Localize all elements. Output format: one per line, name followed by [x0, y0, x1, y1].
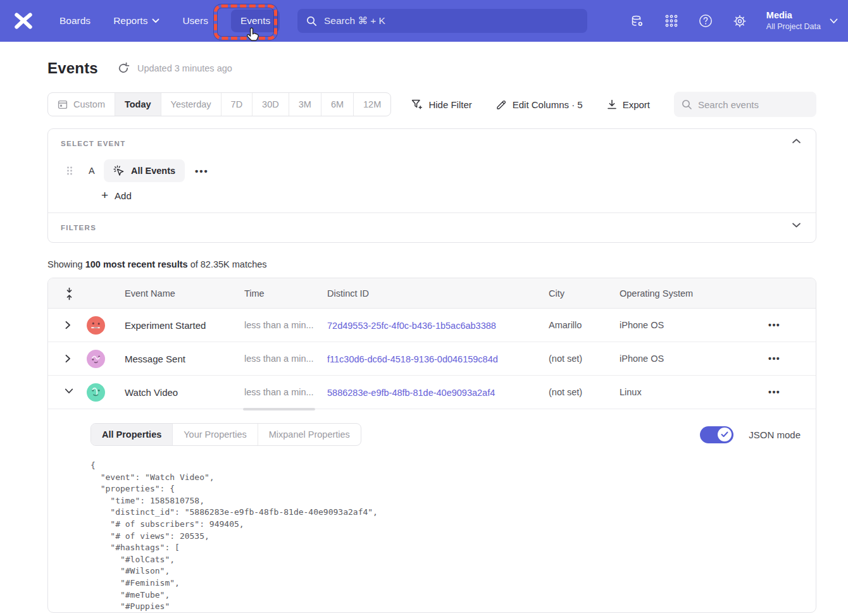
event-chip-label: All Events	[131, 166, 175, 176]
event-avatar	[87, 316, 105, 335]
horizontal-scrollbar-thumb[interactable]	[243, 408, 315, 410]
app-window: Boards Reports Users Events	[0, 0, 848, 616]
event-selector-chip[interactable]: All Events	[104, 159, 185, 182]
event-clause-row: A All Events •••	[66, 159, 816, 182]
chevron-down-icon	[152, 18, 159, 23]
cell-city: Amarillo	[549, 320, 620, 330]
cell-os: iPhone OS	[620, 320, 768, 330]
date-range-30d[interactable]: 30D	[252, 93, 289, 116]
results-summary-prefix: Showing	[47, 259, 85, 269]
collapse-row-chevron-down-icon[interactable]	[65, 388, 73, 397]
chevron-down-icon	[830, 18, 838, 24]
clause-more-button[interactable]: •••	[195, 166, 209, 176]
tab-your-properties[interactable]: Your Properties	[172, 424, 257, 445]
cell-time: less than a min...	[244, 354, 327, 364]
project-switcher[interactable]: Media All Project Data	[766, 9, 838, 32]
global-search-input[interactable]: Search ⌘ + K	[297, 9, 587, 33]
nav-item-boards[interactable]: Boards	[59, 15, 90, 27]
primary-nav: Boards Reports Users Events	[59, 9, 280, 32]
column-header-operating-system[interactable]: Operating System	[620, 288, 768, 299]
expand-section-chevron-down-icon	[792, 222, 803, 233]
date-range-custom[interactable]: Custom	[48, 93, 115, 116]
search-events-field[interactable]	[674, 92, 816, 117]
filters-section-toggle[interactable]: FILTERS	[48, 213, 816, 242]
query-builder-card: SELECT EVENT A	[47, 128, 816, 243]
cell-os: Linux	[620, 387, 768, 397]
apps-grid-icon[interactable]	[664, 13, 679, 28]
date-range-6m[interactable]: 6M	[321, 93, 353, 116]
date-range-yesterday[interactable]: Yesterday	[161, 93, 221, 116]
nav-item-events[interactable]: Events	[231, 9, 280, 32]
expand-row-chevron-right-icon[interactable]	[65, 321, 73, 330]
event-detail-panel: All Properties Your Properties Mixpanel …	[48, 409, 816, 613]
date-range-today[interactable]: Today	[115, 93, 161, 116]
date-range-12m-label: 12M	[363, 99, 381, 109]
navbar-right-cluster: Media All Project Data	[630, 0, 838, 42]
row-menu-button[interactable]: •••	[768, 354, 816, 364]
row-menu-button[interactable]: •••	[768, 387, 816, 397]
drag-handle-icon[interactable]	[66, 165, 75, 176]
settings-gear-icon[interactable]	[732, 13, 747, 28]
table-row[interactable]: Message Sent less than a min... f11c30d6…	[48, 342, 816, 376]
tab-mixpanel-properties[interactable]: Mixpanel Properties	[258, 424, 361, 445]
project-scope: All Project Data	[766, 22, 821, 32]
search-icon	[306, 16, 317, 27]
event-avatar	[87, 350, 105, 368]
json-mode-label: JSON mode	[749, 429, 801, 440]
date-range-3m[interactable]: 3M	[289, 93, 321, 116]
nav-users-label: Users	[182, 15, 208, 27]
distinct-id-link[interactable]: f11c30d6-dc6d-4518-9136-0d046159c84d	[327, 354, 498, 364]
collapse-all-rows-icon[interactable]	[65, 287, 75, 300]
json-mode-toggle[interactable]	[700, 426, 733, 443]
nav-item-users[interactable]: Users	[182, 15, 208, 27]
hide-filter-button[interactable]: Hide Filter	[411, 99, 471, 110]
cell-city: (not set)	[549, 354, 620, 364]
results-summary: Showing 100 most recent results of 82.35…	[47, 259, 816, 269]
top-navbar: Boards Reports Users Events	[0, 0, 848, 42]
add-event-button[interactable]: + Add	[101, 190, 816, 201]
table-row-expanded[interactable]: Watch Video less than a min... 5886283e-…	[48, 376, 816, 409]
cell-time: less than a min...	[244, 320, 327, 330]
expand-row-chevron-right-icon[interactable]	[65, 354, 73, 363]
distinct-id-link[interactable]: 5886283e-e9fb-48fb-81de-40e9093a2af4	[327, 388, 495, 398]
hide-filter-label: Hide Filter	[428, 99, 471, 110]
column-header-distinct-id[interactable]: Distinct ID	[327, 288, 549, 299]
properties-tabs: All Properties Your Properties Mixpanel …	[90, 423, 361, 446]
json-mode-control: JSON mode	[700, 426, 801, 443]
row-menu-button[interactable]: •••	[768, 320, 816, 330]
nav-item-reports[interactable]: Reports	[113, 15, 159, 27]
date-range-12m[interactable]: 12M	[353, 93, 390, 116]
results-summary-count: 100 most recent results	[85, 259, 188, 269]
help-icon[interactable]	[698, 13, 713, 28]
table-header-row: Event Name Time Distinct ID City Operati…	[48, 278, 816, 309]
refresh-icon[interactable]	[117, 62, 130, 75]
date-range-7d[interactable]: 7D	[221, 93, 253, 116]
data-management-icon[interactable]	[630, 13, 645, 28]
cell-event-name: Experiment Started	[125, 320, 244, 331]
pencil-icon	[496, 99, 507, 110]
column-header-city[interactable]: City	[549, 288, 620, 299]
mixpanel-logo-icon[interactable]	[13, 10, 34, 32]
tab-all-properties[interactable]: All Properties	[91, 424, 172, 445]
cell-event-name: Watch Video	[125, 387, 244, 398]
search-events-input[interactable]	[698, 99, 806, 110]
results-summary-suffix: of 82.35K matches	[188, 259, 267, 269]
edit-columns-button[interactable]: Edit Columns · 5	[496, 99, 583, 110]
select-event-header: SELECT EVENT	[48, 129, 816, 149]
nav-events-label: Events	[240, 15, 270, 27]
column-header-time[interactable]: Time	[244, 288, 327, 299]
date-range-custom-label: Custom	[73, 99, 105, 109]
column-header-event-name[interactable]: Event Name	[125, 288, 244, 299]
select-event-heading: SELECT EVENT	[61, 140, 126, 147]
events-page: Events Updated 3 minutes ago	[47, 58, 816, 613]
export-button[interactable]: Export	[607, 99, 650, 110]
collapse-section-chevron-up-icon[interactable]	[792, 138, 803, 149]
cell-event-name: Message Sent	[125, 354, 244, 364]
filters-heading: FILTERS	[61, 224, 96, 231]
cell-time: less than a min...	[244, 387, 327, 397]
table-row[interactable]: Experiment Started less than a min... 72…	[48, 309, 816, 342]
global-search-placeholder: Search ⌘ + K	[324, 15, 385, 27]
distinct-id-link[interactable]: 72d49553-25fc-4f0c-b436-1b5ac6ab3388	[327, 321, 496, 331]
cell-os: iPhone OS	[620, 354, 768, 364]
page-header: Events Updated 3 minutes ago	[47, 58, 816, 78]
